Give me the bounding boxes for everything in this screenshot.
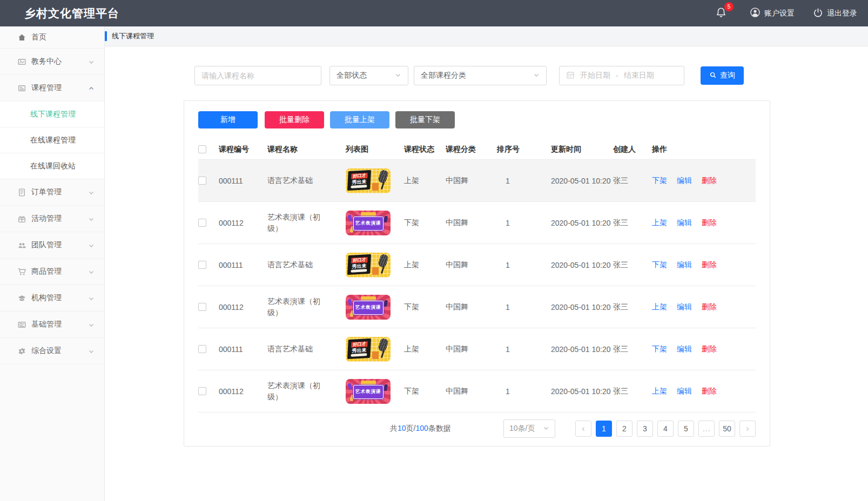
sidebar-item-product-management[interactable]: 商品管理 [0, 259, 104, 285]
course-thumbnail: 好口才秀出来 艺术表演课 [346, 337, 391, 362]
logout-button[interactable]: 退出登录 [813, 8, 857, 19]
page-button[interactable]: 2 [616, 421, 633, 437]
sidebar-subitem-offline-courses[interactable]: 线下课程管理 [0, 101, 104, 127]
summary-text: 页/ [406, 424, 416, 432]
board-icon [17, 57, 26, 66]
sidebar-item-course-management[interactable]: 课程管理 [0, 75, 104, 101]
page-button[interactable]: 3 [637, 421, 653, 437]
sidebar-subitem-online-recycle-bin[interactable]: 在线课回收站 [0, 153, 104, 179]
course-category: 中国舞 [446, 344, 497, 354]
delete-link[interactable]: 删除 [702, 176, 717, 185]
toggle-status-link[interactable]: 下架 [652, 260, 667, 269]
page-button[interactable]: 1 [596, 421, 612, 437]
row-checkbox[interactable] [198, 345, 206, 353]
course-thumbnail: 好口才秀出来 艺术表演课 [346, 379, 391, 404]
thumb-text: 秀出来 [352, 262, 367, 268]
ellipsis-page-button[interactable]: ... [698, 421, 715, 437]
course-status: 下架 [404, 302, 446, 312]
row-checkbox[interactable] [198, 387, 206, 395]
delete-link[interactable]: 删除 [702, 387, 717, 395]
sidebar-item-team-management[interactable]: 团队管理 [0, 232, 104, 259]
edit-link[interactable]: 编辑 [677, 218, 692, 227]
edit-link[interactable]: 编辑 [677, 387, 692, 395]
thumb-text: 艺术表演课 [353, 385, 383, 399]
course-status: 上架 [404, 260, 446, 270]
sidebar-item-institution-management[interactable]: 机构管理 [0, 285, 104, 312]
sidebar-item-order-management[interactable]: 订单管理 [0, 179, 104, 206]
category-select[interactable]: 全部课程分类 [414, 66, 547, 85]
row-checkbox[interactable] [198, 261, 206, 269]
course-updated: 2020-05-01 10:20 [551, 303, 613, 312]
toggle-status-link[interactable]: 下架 [652, 176, 667, 185]
toggle-status-link[interactable]: 上架 [652, 387, 667, 395]
edit-link[interactable]: 编辑 [677, 176, 692, 185]
batch-offline-button[interactable]: 批量下架 [395, 111, 455, 128]
breadcrumb-tab[interactable]: 线下课程管理 [105, 26, 170, 46]
thumb-text: 好口才 [351, 256, 368, 263]
status-select[interactable]: 全部状态 [329, 66, 408, 85]
account-settings-label: 账户设置 [764, 9, 795, 18]
course-creator: 张三 [613, 387, 652, 396]
edit-link[interactable]: 编辑 [677, 260, 692, 269]
mic-thumbnail-art: 好口才秀出来 [346, 168, 391, 193]
batch-delete-button[interactable]: 批量删除 [265, 111, 324, 128]
course-no: 000111 [219, 345, 267, 354]
course-updated: 2020-05-01 10:20 [551, 345, 613, 354]
status-select-value: 全部状态 [337, 71, 367, 80]
sidebar-item-label: 基础管理 [31, 320, 62, 329]
notifications-button[interactable]: 5 [715, 6, 731, 20]
sidebar-subitem-online-courses[interactable]: 在线课程管理 [0, 127, 104, 153]
sidebar-item-label: 机构管理 [31, 293, 62, 303]
page-button[interactable]: 50 [719, 421, 735, 437]
edit-link[interactable]: 编辑 [677, 344, 692, 353]
page-button[interactable]: 4 [657, 421, 674, 437]
course-name-search-input[interactable] [194, 66, 321, 85]
chevron-down-icon [88, 348, 95, 354]
search-icon [709, 71, 717, 80]
course-status: 上架 [404, 344, 446, 354]
prev-page-button[interactable]: ‹ [575, 421, 591, 437]
course-name: 艺术表演课（初级） [267, 296, 346, 319]
query-button[interactable]: 查询 [701, 66, 744, 85]
sidebar-item-home[interactable]: 首页 [0, 26, 104, 49]
page-size-value: 10条/页 [509, 424, 535, 434]
select-all-checkbox[interactable] [198, 145, 206, 153]
sidebar-item-label: 综合设置 [31, 346, 62, 356]
calendar-icon [566, 71, 575, 81]
date-range-picker[interactable]: 开始日期 - 结束日期 [559, 66, 684, 85]
toggle-status-link[interactable]: 上架 [652, 302, 667, 311]
row-checkbox[interactable] [198, 177, 206, 185]
course-no: 000112 [219, 387, 267, 396]
row-checkbox[interactable] [198, 303, 206, 311]
sidebar-item-academic-center[interactable]: 教务中心 [0, 49, 104, 75]
account-settings-button[interactable]: 账户设置 [750, 7, 795, 19]
delete-link[interactable]: 删除 [702, 302, 717, 311]
row-checkbox[interactable] [198, 219, 206, 227]
batch-online-button[interactable]: 批量上架 [330, 111, 389, 128]
page-size-select[interactable]: 10条/页 [503, 419, 555, 438]
course-name: 语言艺术基础 [267, 259, 346, 270]
course-name: 艺术表演课（初级） [267, 380, 346, 403]
course-thumbnail: 好口才秀出来 艺术表演课 [346, 253, 391, 277]
edit-link[interactable]: 编辑 [677, 302, 692, 311]
sidebar-item-general-settings[interactable]: 综合设置 [0, 338, 104, 364]
delete-link[interactable]: 删除 [702, 218, 717, 227]
course-status: 上架 [404, 176, 446, 186]
sidebar-item-basic-management[interactable]: 基础管理 [0, 312, 104, 338]
next-page-button[interactable]: › [739, 421, 756, 437]
table-row: 000111 语言艺术基础 好口才秀出来 艺术表演课 [198, 328, 756, 370]
sidebar-item-activity-management[interactable]: 活动管理 [0, 206, 104, 232]
gear-icon [17, 347, 26, 356]
sidebar-item-label: 商品管理 [31, 267, 62, 276]
thumb-text: 艺术表演课 [353, 301, 383, 315]
column-header: 课程名称 [267, 144, 346, 155]
date-start-placeholder: 开始日期 [580, 71, 610, 80]
page-button[interactable]: 5 [678, 421, 694, 437]
add-button[interactable]: 新增 [198, 111, 258, 128]
delete-link[interactable]: 删除 [702, 260, 717, 269]
course-sort: 1 [497, 219, 551, 227]
toggle-status-link[interactable]: 上架 [652, 218, 667, 227]
toggle-status-link[interactable]: 下架 [652, 344, 667, 353]
course-no: 000111 [219, 261, 267, 269]
delete-link[interactable]: 删除 [702, 344, 717, 353]
